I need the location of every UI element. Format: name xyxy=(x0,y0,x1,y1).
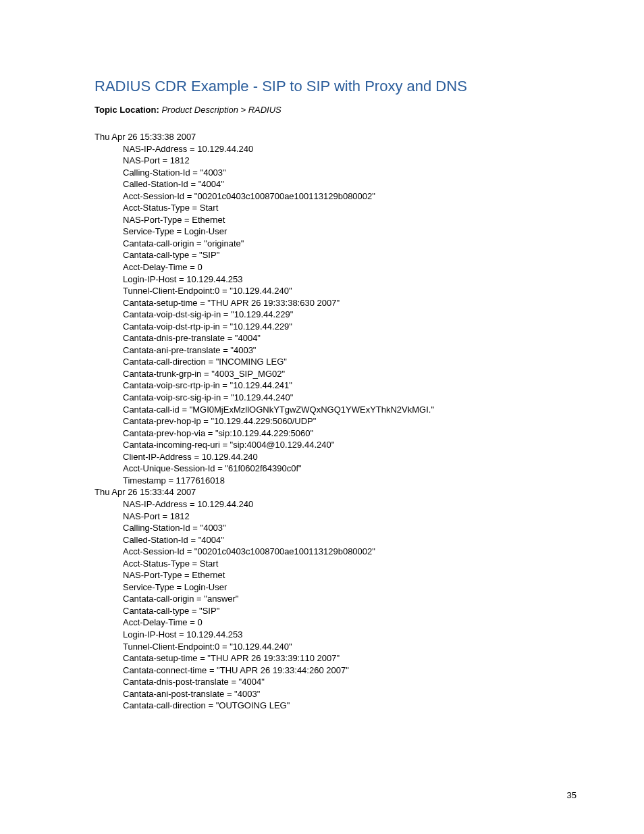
attr-line: NAS-Port-Type = Ethernet xyxy=(123,569,576,581)
attr-line: NAS-Port = 1812 xyxy=(123,511,576,523)
record-timestamp: Thu Apr 26 15:33:38 2007 xyxy=(95,131,576,143)
attr-line: Cantata-voip-src-sig-ip-in = "10.129.44.… xyxy=(123,392,576,404)
attr-line: Acct-Status-Type = Start xyxy=(123,202,576,214)
attr-line: Timestamp = 1177616018 xyxy=(123,475,576,487)
attr-line: NAS-Port-Type = Ethernet xyxy=(123,214,576,226)
attr-line: Acct-Delay-Time = 0 xyxy=(123,617,576,629)
attr-line: Cantata-call-origin = "originate" xyxy=(123,238,576,250)
cdr-record-2: Thu Apr 26 15:33:44 2007 NAS-IP-Address … xyxy=(95,486,576,711)
attr-line: Cantata-prev-hop-ip = "10.129.44.229:506… xyxy=(123,415,576,427)
attr-line: Login-IP-Host = 10.129.44.253 xyxy=(123,629,576,641)
attr-line: Tunnel-Client-Endpoint:0 = "10.129.44.24… xyxy=(123,285,576,297)
attr-line: Acct-Session-Id = "00201c0403c1008700ae1… xyxy=(123,190,576,203)
attr-line: Acct-Delay-Time = 0 xyxy=(123,261,576,273)
attr-line: Called-Station-Id = "4004" xyxy=(123,178,576,190)
attr-line: Login-IP-Host = 10.129.44.253 xyxy=(123,273,576,286)
topic-label: Topic Location: xyxy=(95,105,161,115)
record-timestamp: Thu Apr 26 15:33:44 2007 xyxy=(95,486,576,498)
record-attrs: NAS-IP-Address = 10.129.44.240 NAS-Port … xyxy=(123,143,576,487)
attr-line: Cantata-connect-time = "THU APR 26 19:33… xyxy=(123,664,576,677)
attr-line: Cantata-call-type = "SIP" xyxy=(123,605,576,617)
attr-line: Cantata-call-type = "SIP" xyxy=(123,249,576,261)
attr-line: Cantata-trunk-grp-in = "4003_SIP_MG02" xyxy=(123,368,576,380)
attr-line: Cantata-ani-pre-translate = "4003" xyxy=(123,344,576,357)
attr-line: Cantata-call-origin = "answer" xyxy=(123,593,576,605)
attr-line: Acct-Unique-Session-Id = "61f0602f64390c… xyxy=(123,463,576,475)
attr-line: Cantata-voip-dst-rtp-ip-in = "10.129.44.… xyxy=(123,321,576,333)
attr-line: Cantata-dnis-pre-translate = "4004" xyxy=(123,332,576,344)
attr-line: Tunnel-Client-Endpoint:0 = "10.129.44.24… xyxy=(123,641,576,653)
page-number: 35 xyxy=(567,790,576,800)
attr-line: NAS-IP-Address = 10.129.44.240 xyxy=(123,143,576,155)
attr-line: Service-Type = Login-User xyxy=(123,226,576,238)
topic-path: Product Description > RADIUS xyxy=(161,105,281,115)
attr-line: Calling-Station-Id = "4003" xyxy=(123,522,576,534)
attr-line: NAS-IP-Address = 10.129.44.240 xyxy=(123,498,576,511)
attr-line: Cantata-setup-time = "THU APR 26 19:33:3… xyxy=(123,297,576,309)
attr-line: Called-Station-Id = "4004" xyxy=(123,534,576,546)
record-attrs: NAS-IP-Address = 10.129.44.240 NAS-Port … xyxy=(123,498,576,712)
attr-line: Acct-Session-Id = "00201c0403c1008700ae1… xyxy=(123,546,576,558)
attr-line: Client-IP-Address = 10.129.44.240 xyxy=(123,451,576,463)
attr-line: Cantata-ani-post-translate = "4003" xyxy=(123,688,576,700)
topic-location: Topic Location: Product Description > RA… xyxy=(95,105,576,115)
attr-line: Cantata-prev-hop-via = "sip:10.129.44.22… xyxy=(123,427,576,440)
attr-line: Acct-Status-Type = Start xyxy=(123,558,576,570)
attr-line: Cantata-call-id = "MGI0MjExMzllOGNkYTgwZ… xyxy=(123,404,576,416)
attr-line: Calling-Station-Id = "4003" xyxy=(123,167,576,179)
attr-line: Cantata-incoming-req-uri = "sip:4004@10.… xyxy=(123,439,576,451)
attr-line: Cantata-call-direction = "OUTGOING LEG" xyxy=(123,700,576,712)
attr-line: NAS-Port = 1812 xyxy=(123,155,576,167)
attr-line: Cantata-voip-dst-sig-ip-in = "10.129.44.… xyxy=(123,309,576,321)
page-title: RADIUS CDR Example - SIP to SIP with Pro… xyxy=(95,78,576,95)
attr-line: Cantata-voip-src-rtp-ip-in = "10.129.44.… xyxy=(123,380,576,392)
attr-line: Cantata-call-direction = "INCOMING LEG" xyxy=(123,356,576,368)
attr-line: Cantata-setup-time = "THU APR 26 19:33:3… xyxy=(123,652,576,664)
attr-line: Service-Type = Login-User xyxy=(123,581,576,594)
page: RADIUS CDR Example - SIP to SIP with Pro… xyxy=(0,0,644,752)
cdr-record-1: Thu Apr 26 15:33:38 2007 NAS-IP-Address … xyxy=(95,131,576,486)
attr-line: Cantata-dnis-post-translate = "4004" xyxy=(123,676,576,688)
